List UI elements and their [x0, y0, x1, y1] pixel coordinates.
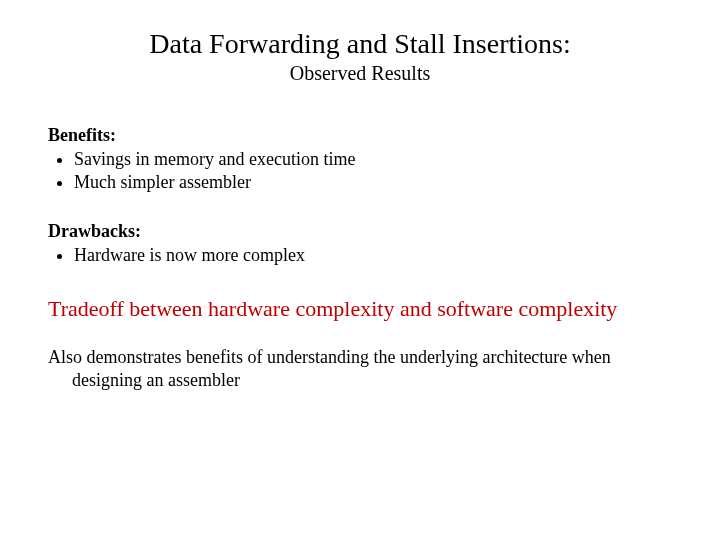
benefits-heading: Benefits: — [48, 125, 672, 146]
list-item: Much simpler assembler — [74, 171, 672, 194]
slide-subtitle: Observed Results — [48, 62, 672, 85]
closing-line-2: designing an assembler — [48, 370, 240, 390]
tradeoff-statement: Tradeoff between hardware complexity and… — [48, 295, 672, 323]
slide: Data Forwarding and Stall Insertions: Ob… — [0, 0, 720, 540]
list-item: Savings in memory and execution time — [74, 148, 672, 171]
drawbacks-list: Hardware is now more complex — [48, 244, 672, 267]
list-item: Hardware is now more complex — [74, 244, 672, 267]
closing-statement: Also demonstrates benefits of understand… — [48, 346, 672, 391]
slide-title: Data Forwarding and Stall Insertions: — [48, 28, 672, 60]
drawbacks-heading: Drawbacks: — [48, 221, 672, 242]
benefits-list: Savings in memory and execution time Muc… — [48, 148, 672, 193]
closing-line-1: Also demonstrates benefits of understand… — [48, 347, 611, 367]
